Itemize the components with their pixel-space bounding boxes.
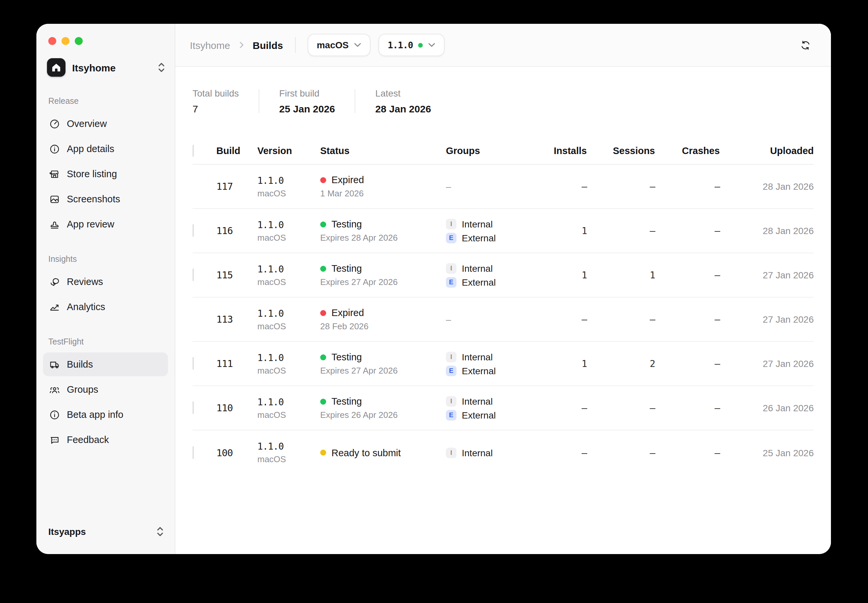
row-checkbox[interactable] [192,446,194,459]
column-header-installs[interactable]: Installs [549,145,587,156]
version-number: 1.1.0 [257,351,320,364]
refresh-icon [800,39,811,51]
installs-cell: 1 [549,270,587,280]
main-panel: Itsyhome Builds macOS 1.1.0 [175,24,831,554]
installs-cell: – [549,403,587,413]
column-header-status[interactable]: Status [320,145,446,156]
version-filter-dropdown[interactable]: 1.1.0 [378,34,445,56]
sessions-cell: 1 [587,270,655,280]
status-text: Testing [320,218,446,231]
sidebar-item-groups[interactable]: Groups [43,377,168,401]
sidebar-item-label: Groups [67,384,98,395]
sidebar-item-label: Overview [67,118,107,129]
build-number-cell: 100 [216,447,257,458]
build-number-cell: 117 [216,181,257,192]
version-number: 1.1.0 [257,395,320,408]
build-number-cell: 116 [216,226,257,236]
table-row-build-113[interactable]: 1131.1.0macOSExpired28 Feb 2026––––27 Ja… [192,298,814,342]
desktop-background: Itsyhome Release Overview App details [0,0,868,603]
row-select-cell [192,225,216,237]
select-all-cell [192,145,216,156]
table-row-build-116[interactable]: 1161.1.0macOSTestingExpires 28 Apr 2026I… [192,209,814,253]
status-cell: TestingExpires 26 Apr 2026 [320,395,446,421]
internal-group-badge: I [446,218,457,229]
status-label: Expired [332,173,364,187]
column-header-version[interactable]: Version [257,145,320,156]
version-cell: 1.1.0macOS [257,173,320,199]
version-cell: 1.1.0macOS [257,262,320,288]
status-label: Testing [332,351,362,363]
status-cell: TestingExpires 27 Apr 2026 [320,351,446,377]
installs-cell: – [549,447,587,458]
column-header-sessions[interactable]: Sessions [587,145,655,156]
builds-page: Total builds 7 First build 25 Jan 2026 L… [175,67,831,554]
sidebar-item-builds[interactable]: Builds [43,353,168,376]
org-switcher[interactable]: Itsyapps [36,517,175,541]
status-text: Testing [320,262,446,275]
status-label: Testing [332,395,362,408]
table-row-build-100[interactable]: 1001.1.0macOSReady to submitIInternal–––… [192,430,814,475]
crashes-cell: – [655,226,720,236]
stat-latest-build: Latest 28 Jan 2026 [375,88,431,114]
status-cell: Expired28 Feb 2026 [320,306,446,332]
version-platform: macOS [257,453,320,465]
zoom-window-button[interactable] [75,37,83,45]
sidebar-item-store-listing[interactable]: Store listing [43,162,168,186]
column-header-uploaded[interactable]: Uploaded [720,145,814,156]
chevron-up-down-icon [157,62,166,73]
toolbar-divider [295,37,295,53]
column-header-groups[interactable]: Groups [446,145,549,156]
row-checkbox[interactable] [192,268,194,281]
sidebar-item-feedback[interactable]: Feedback [43,428,168,451]
breadcrumb-app[interactable]: Itsyhome [190,39,230,51]
sidebar: Itsyhome Release Overview App details [36,24,175,554]
platform-filter-value: macOS [316,40,349,50]
group-internal: IInternal [446,447,549,458]
groups-cell: IInternal [446,447,549,458]
feedback-bubble-icon [49,434,60,445]
groups-cell: IInternalEExternal [446,263,549,287]
group-external: EExternal [446,277,549,287]
group-label: Internal [462,351,493,362]
column-header-build[interactable]: Build [216,145,257,156]
gauge-icon [49,118,60,129]
build-stats: Total builds 7 First build 25 Jan 2026 L… [192,88,814,114]
status-label: Expired [332,306,364,319]
group-label: External [462,232,496,243]
sidebar-item-app-review[interactable]: App review [43,212,168,236]
column-header-crashes[interactable]: Crashes [655,145,720,156]
status-detail: 1 Mar 2026 [320,187,446,199]
status-dot-green [320,354,326,360]
sidebar-item-reviews[interactable]: Reviews [43,270,168,294]
refresh-button[interactable] [794,34,817,56]
sidebar-item-overview[interactable]: Overview [43,112,168,136]
installs-cell: – [549,314,587,325]
sidebar-item-analytics[interactable]: Analytics [43,295,168,319]
sidebar-item-screenshots[interactable]: Screenshots [43,187,168,211]
close-window-button[interactable] [48,37,56,45]
version-number: 1.1.0 [257,440,320,453]
table-row-build-117[interactable]: 1171.1.0macOSExpired1 Mar 2026––––28 Jan… [192,165,814,209]
table-row-build-115[interactable]: 1151.1.0macOSTestingExpires 27 Apr 2026I… [192,253,814,298]
version-number: 1.1.0 [257,306,320,320]
app-switcher[interactable]: Itsyhome [47,58,166,77]
chevron-up-down-icon [156,526,164,537]
crashes-cell: – [655,403,720,413]
table-row-build-110[interactable]: 1101.1.0macOSTestingExpires 26 Apr 2026I… [192,386,814,430]
info-circle-icon [49,409,60,420]
build-number-cell: 110 [216,403,257,413]
status-label: Testing [332,262,362,275]
minimize-window-button[interactable] [62,37,70,45]
groups-cell: IInternalEExternal [446,396,549,420]
builds-table: Build Version Status Groups Installs Ses… [192,137,814,475]
row-checkbox[interactable] [192,224,194,237]
version-platform: macOS [257,187,320,199]
sidebar-item-app-details[interactable]: App details [43,137,168,161]
row-checkbox[interactable] [192,357,194,370]
version-platform: macOS [257,320,320,332]
select-all-checkbox[interactable] [192,144,194,156]
sidebar-item-beta-app-info[interactable]: Beta app info [43,403,168,427]
table-row-build-111[interactable]: 1111.1.0macOSTestingExpires 27 Apr 2026I… [192,342,814,386]
platform-filter-dropdown[interactable]: macOS [307,34,370,56]
row-checkbox[interactable] [192,401,194,414]
